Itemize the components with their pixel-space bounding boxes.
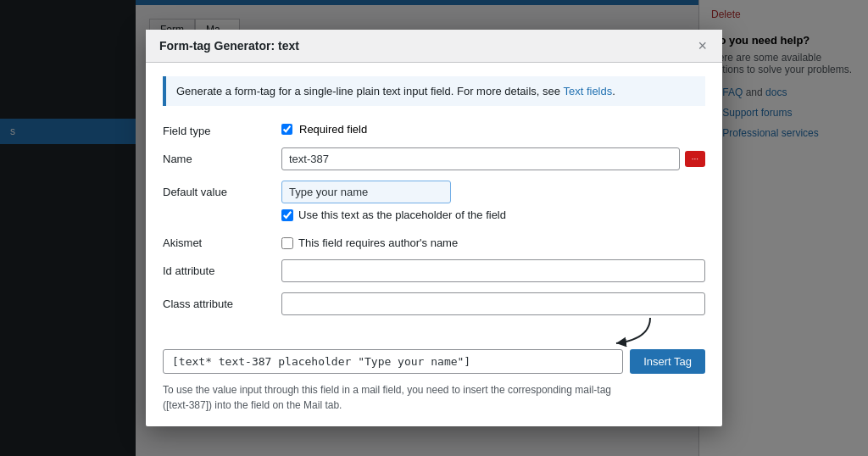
- modal-close-button[interactable]: ×: [696, 38, 709, 53]
- footer-note: To use the value input through this fiel…: [163, 382, 705, 413]
- name-label: Name: [163, 147, 281, 165]
- modal-info-banner: Generate a form-tag for a single-line pl…: [163, 76, 705, 107]
- field-type-row: Field type Required field: [163, 120, 705, 137]
- tag-preview-row: Insert Tag: [163, 349, 705, 374]
- name-input-wrapper: ···: [281, 147, 705, 170]
- field-type-label: Field type: [163, 120, 281, 137]
- modal-header: Form-tag Generator: text ×: [146, 30, 722, 63]
- default-value-row: Default value Use this text as the place…: [163, 181, 705, 221]
- text-fields-link[interactable]: Text fields: [563, 85, 612, 97]
- name-input[interactable]: [281, 147, 680, 170]
- name-options-icon: ···: [692, 154, 698, 164]
- placeholder-checkbox-row: Use this text as the placeholder of the …: [281, 209, 705, 221]
- class-attribute-field: [281, 292, 705, 315]
- akismet-label: Akismet: [163, 231, 281, 249]
- modal-body: Generate a form-tag for a single-line pl…: [146, 63, 722, 340]
- class-attribute-label: Class attribute: [163, 292, 281, 310]
- form-tag-generator-modal: Form-tag Generator: text × Generate a fo…: [146, 30, 722, 427]
- required-field-checkbox[interactable]: [281, 124, 292, 135]
- akismet-row: Akismet This field requires author's nam…: [163, 231, 705, 249]
- field-type-field: Required field: [281, 120, 705, 136]
- required-field-label: Required field: [299, 123, 367, 136]
- info-text: Generate a form-tag for a single-line pl…: [176, 85, 563, 97]
- akismet-checkbox-label: This field requires author's name: [298, 236, 458, 249]
- default-value-field: Use this text as the placeholder of the …: [281, 181, 705, 221]
- footer-note-line1: To use the value input through this fiel…: [163, 384, 611, 396]
- akismet-checkbox[interactable]: [281, 237, 293, 249]
- akismet-field: This field requires author's name: [281, 231, 705, 249]
- id-attribute-row: Id attribute: [163, 259, 705, 282]
- modal-footer: Insert Tag To use the value input throug…: [146, 339, 722, 426]
- class-attribute-input[interactable]: [281, 292, 705, 315]
- default-value-label: Default value: [163, 181, 281, 198]
- insert-tag-button[interactable]: Insert Tag: [630, 349, 705, 374]
- name-field: ···: [281, 147, 705, 170]
- arrow-annotation: [604, 314, 654, 348]
- id-attribute-label: Id attribute: [163, 259, 281, 277]
- name-options-button[interactable]: ···: [685, 151, 705, 167]
- modal-title: Form-tag Generator: text: [159, 39, 299, 53]
- id-attribute-field: [281, 259, 705, 282]
- placeholder-label: Use this text as the placeholder of the …: [298, 209, 506, 221]
- id-attribute-input[interactable]: [281, 259, 705, 282]
- name-row: Name ···: [163, 147, 705, 170]
- tag-preview-input[interactable]: [163, 349, 623, 374]
- class-attribute-row: Class attribute: [163, 292, 705, 315]
- akismet-checkbox-row: This field requires author's name: [281, 236, 705, 249]
- footer-note-line2: ([text-387]) into the field on the Mail …: [163, 399, 342, 411]
- modal-overlay: Form-tag Generator: text × Generate a fo…: [0, 0, 868, 456]
- default-value-input[interactable]: [281, 181, 451, 203]
- placeholder-checkbox[interactable]: [281, 209, 293, 221]
